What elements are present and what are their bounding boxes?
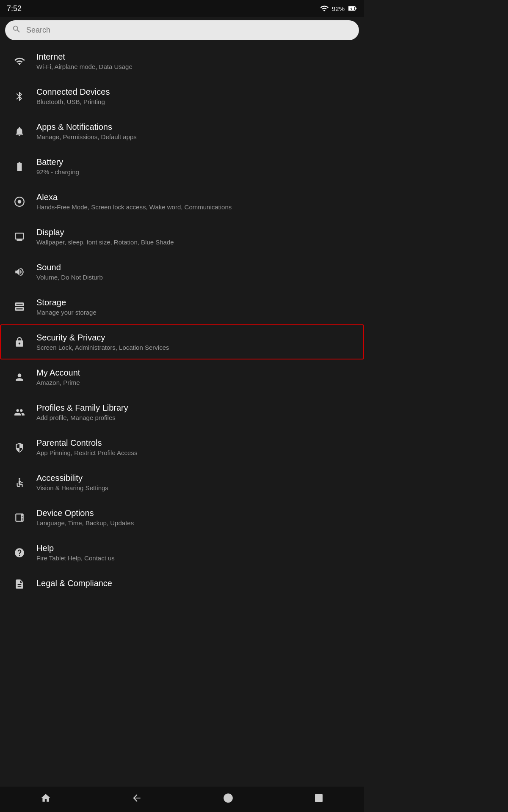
settings-title-storage: Storage bbox=[36, 298, 97, 307]
settings-list: InternetWi-Fi, Airplane mode, Data Usage… bbox=[0, 44, 364, 598]
settings-subtitle-apps-notifications: Manage, Permissions, Default apps bbox=[36, 133, 137, 140]
settings-title-display: Display bbox=[36, 228, 174, 237]
settings-item-internet[interactable]: InternetWi-Fi, Airplane mode, Data Usage bbox=[0, 44, 364, 79]
settings-title-profiles-family: Profiles & Family Library bbox=[36, 403, 128, 413]
settings-subtitle-device-options: Language, Time, Backup, Updates bbox=[36, 519, 134, 527]
settings-title-my-account: My Account bbox=[36, 368, 80, 378]
svg-rect-2 bbox=[355, 8, 356, 9]
recents-button[interactable] bbox=[305, 790, 332, 809]
settings-item-profiles-family[interactable]: Profiles & Family LibraryAdd profile, Ma… bbox=[0, 395, 364, 430]
settings-title-internet: Internet bbox=[36, 52, 133, 62]
settings-item-device-options[interactable]: Device OptionsLanguage, Time, Backup, Up… bbox=[0, 500, 364, 535]
settings-subtitle-internet: Wi-Fi, Airplane mode, Data Usage bbox=[36, 63, 133, 70]
settings-item-battery[interactable]: Battery92% - charging bbox=[0, 149, 364, 184]
wifi-icon bbox=[9, 56, 30, 67]
settings-title-battery: Battery bbox=[36, 157, 79, 167]
settings-item-alexa[interactable]: AlexaHands-Free Mode, Screen lock access… bbox=[0, 184, 364, 219]
bluetooth-icon bbox=[9, 91, 30, 102]
settings-item-display[interactable]: DisplayWallpaper, sleep, font size, Rota… bbox=[0, 219, 364, 254]
home-circle-button[interactable] bbox=[214, 789, 242, 809]
back-button[interactable] bbox=[123, 789, 151, 809]
status-icons: 92% bbox=[320, 4, 357, 13]
settings-subtitle-accessibility: Vision & Hearing Settings bbox=[36, 484, 108, 491]
settings-subtitle-alexa: Hands-Free Mode, Screen lock access, Wak… bbox=[36, 203, 232, 211]
bell-icon bbox=[9, 126, 30, 137]
settings-subtitle-sound: Volume, Do Not Disturb bbox=[36, 274, 103, 281]
storage-icon bbox=[9, 302, 30, 313]
status-time: 7:52 bbox=[7, 4, 22, 13]
battery-percentage: 92% bbox=[332, 5, 345, 12]
search-input[interactable] bbox=[26, 26, 352, 35]
settings-item-legal-compliance[interactable]: Legal & Compliance bbox=[0, 570, 364, 598]
settings-subtitle-connected-devices: Bluetooth, USB, Printing bbox=[36, 98, 110, 105]
wifi-status-icon bbox=[320, 4, 329, 13]
search-bar[interactable] bbox=[5, 20, 359, 40]
settings-item-sound[interactable]: SoundVolume, Do Not Disturb bbox=[0, 254, 364, 289]
settings-subtitle-storage: Manage your storage bbox=[36, 309, 97, 316]
alexa-icon bbox=[9, 196, 30, 207]
settings-title-sound: Sound bbox=[36, 263, 103, 272]
settings-subtitle-battery: 92% - charging bbox=[36, 168, 79, 176]
svg-point-5 bbox=[19, 478, 20, 480]
settings-subtitle-profiles-family: Add profile, Manage profiles bbox=[36, 414, 128, 421]
settings-title-connected-devices: Connected Devices bbox=[36, 87, 110, 97]
settings-item-storage[interactable]: StorageManage your storage bbox=[0, 289, 364, 324]
settings-item-security-privacy[interactable]: Security & PrivacyScreen Lock, Administr… bbox=[0, 324, 364, 359]
shield-icon bbox=[9, 442, 30, 453]
settings-item-parental-controls[interactable]: Parental ControlsApp Pinning, Restrict P… bbox=[0, 430, 364, 465]
help-icon bbox=[9, 547, 30, 558]
legal-icon bbox=[9, 579, 30, 590]
accessibility-icon bbox=[9, 477, 30, 488]
settings-title-security-privacy: Security & Privacy bbox=[36, 333, 169, 343]
settings-item-help[interactable]: HelpFire Tablet Help, Contact us bbox=[0, 535, 364, 570]
settings-item-my-account[interactable]: My AccountAmazon, Prime bbox=[0, 359, 364, 395]
search-icon bbox=[12, 25, 21, 36]
settings-title-help: Help bbox=[36, 543, 115, 553]
sound-icon bbox=[9, 266, 30, 277]
bottom-nav bbox=[0, 787, 364, 812]
settings-item-apps-notifications[interactable]: Apps & NotificationsManage, Permissions,… bbox=[0, 114, 364, 149]
battery-status-icon bbox=[348, 4, 357, 13]
home-button[interactable] bbox=[32, 789, 60, 809]
settings-subtitle-parental-controls: App Pinning, Restrict Profile Access bbox=[36, 449, 137, 456]
svg-rect-7 bbox=[315, 794, 323, 802]
battery-icon bbox=[9, 161, 30, 172]
svg-point-6 bbox=[224, 793, 233, 803]
svg-point-4 bbox=[18, 200, 22, 203]
settings-title-device-options: Device Options bbox=[36, 508, 134, 518]
settings-title-accessibility: Accessibility bbox=[36, 473, 108, 483]
settings-subtitle-display: Wallpaper, sleep, font size, Rotation, B… bbox=[36, 239, 174, 246]
security-icon bbox=[9, 337, 30, 348]
device-icon bbox=[9, 512, 30, 523]
display-icon bbox=[9, 231, 30, 242]
settings-title-alexa: Alexa bbox=[36, 192, 232, 202]
settings-subtitle-my-account: Amazon, Prime bbox=[36, 379, 80, 386]
settings-title-apps-notifications: Apps & Notifications bbox=[36, 122, 137, 132]
settings-subtitle-security-privacy: Screen Lock, Administrators, Location Se… bbox=[36, 344, 169, 351]
settings-title-legal-compliance: Legal & Compliance bbox=[36, 579, 112, 588]
settings-title-parental-controls: Parental Controls bbox=[36, 438, 137, 448]
settings-subtitle-help: Fire Tablet Help, Contact us bbox=[36, 554, 115, 562]
settings-item-accessibility[interactable]: AccessibilityVision & Hearing Settings bbox=[0, 465, 364, 500]
profiles-icon bbox=[9, 407, 30, 418]
account-icon bbox=[9, 372, 30, 383]
settings-item-connected-devices[interactable]: Connected DevicesBluetooth, USB, Printin… bbox=[0, 79, 364, 114]
status-bar: 7:52 92% bbox=[0, 0, 364, 17]
